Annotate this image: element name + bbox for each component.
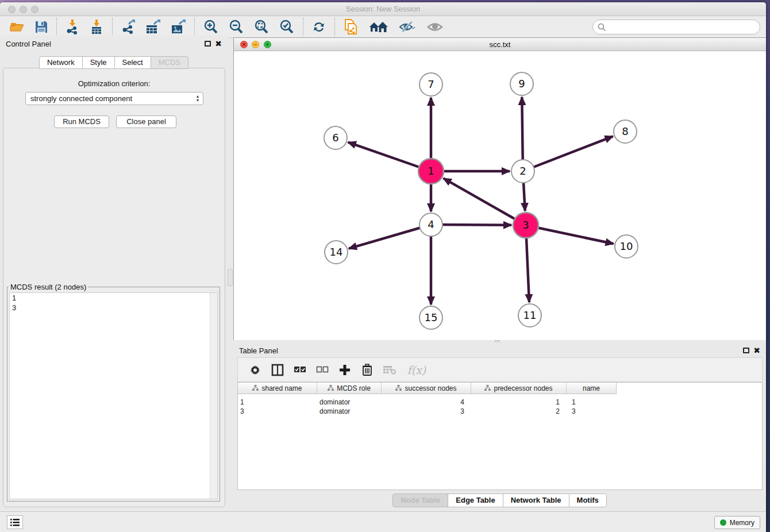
optimization-criterion-label: Optimization criterion: [3,79,225,88]
close-table-panel-icon[interactable]: ✖ [753,346,760,355]
cell-name[interactable]: 1 [567,398,616,406]
network-graph[interactable]: 7968124314101511 [234,52,766,340]
zoom-fit-button[interactable] [249,17,274,37]
export-image-button[interactable] [165,17,191,37]
delete-column-button[interactable] [360,362,374,378]
network-window-titlebar[interactable]: ✕ − + scc.txt [234,38,766,51]
toolbar-separator [194,18,195,36]
zoom-out-icon [229,20,244,34]
table-panel: Table Panel ✖ [233,342,766,511]
cell-predecessor-nodes[interactable]: 1 [471,398,567,406]
function-builder-button[interactable]: f(x) [405,362,428,378]
criterion-select[interactable]: strongly connected component ▴▾ [25,92,203,105]
table-settings-button[interactable] [248,362,262,378]
result-scrollbar[interactable] [210,293,217,499]
column-header-name[interactable]: name [567,383,616,394]
delete-table-button[interactable] [383,362,396,378]
refresh-icon [312,20,326,34]
refresh-network-button[interactable] [307,17,331,37]
save-session-button[interactable] [30,17,53,37]
import-network-icon [66,20,79,34]
column-header-successor-nodes[interactable]: successor nodes [382,383,471,394]
export-network-button[interactable] [116,17,140,37]
show-graphics-button[interactable] [421,17,449,37]
network-canvas[interactable]: 7968124314101511 [234,52,766,340]
column-label: MCDS role [337,384,371,392]
gear-icon [249,364,261,376]
import-network-button[interactable] [60,17,84,37]
node-label-11: 11 [523,309,537,321]
select-all-button[interactable] [293,362,307,378]
cell-mcds-role[interactable]: dominator [317,398,382,406]
cell-successor-nodes[interactable]: 3 [382,407,471,415]
column-header-shared-name[interactable]: shared name [238,383,317,394]
hierarchy-icon [252,385,259,391]
edge-3-1[interactable] [444,178,526,225]
cell-name[interactable]: 3 [567,407,616,415]
task-history-button[interactable] [7,515,23,529]
column-view-button[interactable] [271,362,284,378]
home-button[interactable] [364,17,394,37]
memory-label: Memory [730,519,754,527]
tab-network-table[interactable]: Network Table [503,494,569,507]
add-column-button[interactable] [338,362,352,378]
vertical-splitter-grip[interactable] [228,269,233,286]
node-label-2: 2 [519,165,526,177]
column-label: successor nodes [405,384,456,392]
zoom-out-button[interactable] [224,17,249,37]
close-panel-button[interactable]: Close panel [116,115,176,128]
tab-network[interactable]: Network [39,56,83,69]
network-view-window: ✕ − + scc.txt 7968124314101511 [233,37,766,340]
control-panel: Control Panel ✖ Network Style Select MCD… [0,36,228,511]
float-table-panel-icon[interactable] [743,348,749,353]
mcds-result-textarea[interactable]: 1 3 [9,292,218,499]
import-table-button[interactable] [84,17,109,37]
toolbar-separator [334,18,335,36]
fx-icon: f(x) [407,364,426,376]
copy-network-button[interactable] [338,17,364,37]
tab-motifs[interactable]: Motifs [569,494,607,507]
cell-predecessor-nodes[interactable]: 2 [471,407,567,415]
table-row[interactable]: 1 dominator 4 1 1 [238,398,762,407]
node-label-8: 8 [622,125,628,137]
node-table[interactable]: shared name MCDS role successor nodes pr… [237,382,763,490]
search-input[interactable] [592,20,760,34]
column-label: shared name [261,384,302,392]
trash-icon [362,364,372,376]
export-image-icon [171,20,186,34]
edge-4-3[interactable] [431,225,511,225]
deselect-all-button[interactable] [315,362,329,378]
hierarchy-icon [328,385,334,391]
tab-select[interactable]: Select [114,56,151,69]
title-bar: Session: New Session [0,2,766,16]
tab-style[interactable]: Style [82,56,115,69]
open-session-button[interactable] [5,17,30,37]
zoom-selected-button[interactable] [274,17,299,37]
column-header-predecessor-nodes[interactable]: predecessor nodes [471,383,567,394]
run-mcds-button[interactable]: Run MCDS [54,115,109,128]
float-panel-icon[interactable] [205,41,211,47]
cell-successor-nodes[interactable]: 4 [382,398,471,406]
export-table-icon [145,20,160,34]
edge-4-14[interactable] [349,225,431,249]
cell-shared-name[interactable]: 3 [238,407,317,415]
window-title: Session: New Session [0,5,766,13]
mcds-result-title: MCDS result (2 nodes) [9,283,88,291]
export-table-button[interactable] [140,17,165,37]
table-row[interactable]: 3 dominator 3 2 3 [238,407,762,416]
close-panel-icon[interactable]: ✖ [215,39,222,48]
edge-2-8[interactable] [523,136,613,171]
table-panel-title: Table Panel [239,346,278,355]
tab-node-table[interactable]: Node Table [392,494,448,507]
cell-shared-name[interactable]: 1 [238,398,317,406]
zoom-in-button[interactable] [198,17,224,37]
tab-mcds[interactable]: MCDS [151,56,188,69]
cell-mcds-role[interactable]: dominator [317,407,382,415]
hide-graphics-button[interactable] [394,17,421,37]
unchecked-boxes-icon [316,366,329,373]
tab-edge-table[interactable]: Edge Table [448,494,503,507]
column-header-mcds-role[interactable]: MCDS role [317,383,382,394]
edge-3-10[interactable] [526,225,613,244]
column-label: name [583,384,600,392]
memory-button[interactable]: Memory [714,516,760,529]
